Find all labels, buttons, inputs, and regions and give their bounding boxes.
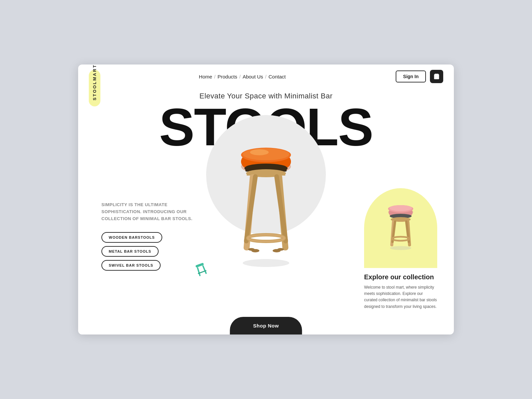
svg-point-20 — [277, 248, 284, 251]
svg-point-29 — [389, 205, 412, 211]
sign-in-button[interactable]: Sign In — [396, 70, 426, 82]
nav-separator-1: / — [214, 74, 215, 79]
svg-point-21 — [243, 259, 289, 267]
cart-icon — [433, 73, 440, 80]
hero-section: Elevate Your Space with Minimalist Bar S… — [78, 88, 454, 334]
nav-separator-2: / — [239, 74, 240, 79]
svg-point-16 — [248, 235, 284, 241]
svg-point-36 — [392, 237, 409, 241]
browser-window: STOOLMART Home / Products / About Us / C… — [78, 65, 454, 334]
svg-point-6 — [250, 149, 269, 155]
collection-desc: Welcome to stool mart, where simplicity … — [364, 284, 437, 310]
cart-button[interactable] — [430, 70, 443, 83]
mini-stool-icon — [193, 261, 211, 283]
nav-item-contact[interactable]: Contact — [269, 74, 286, 79]
cta-button[interactable]: Shop Now — [230, 317, 302, 334]
svg-point-19 — [248, 248, 255, 251]
nav-link-about[interactable]: About Us — [243, 74, 263, 79]
mini-stool-icon-area — [193, 261, 211, 284]
hero-description: SIMPLICITY IS THE ULTIMATE SOPHISTICATIO… — [101, 201, 195, 222]
yellow-card — [364, 188, 437, 268]
navbar: STOOLMART Home / Products / About Us / C… — [78, 65, 454, 88]
hero-right-card: Explore our collection Welcome to stool … — [364, 188, 437, 310]
tag-metal[interactable]: METAL BAR STOOLS — [101, 246, 159, 257]
nav-links: Home / Products / About Us / Contact — [199, 74, 286, 79]
svg-rect-22 — [196, 263, 204, 268]
nav-item-about[interactable]: About Us — [243, 74, 263, 79]
category-tags: WOODEN BARSTOOLS METAL BAR STOOLS SWIVEL… — [101, 232, 195, 271]
tag-wooden[interactable]: WOODEN BARSTOOLS — [101, 232, 162, 243]
tag-swivel[interactable]: SWIVEL BAR STOOLS — [101, 260, 161, 271]
nav-link-contact[interactable]: Contact — [269, 74, 286, 79]
brand-name: STOOLMART — [92, 65, 97, 100]
nav-separator-3: / — [265, 74, 266, 79]
bottom-cta-area: Shop Now — [230, 317, 302, 334]
svg-rect-24 — [202, 265, 207, 274]
nav-link-products[interactable]: Products — [217, 74, 237, 79]
pink-stool-illustration — [384, 201, 417, 255]
logo[interactable]: STOOLMART — [89, 70, 100, 106]
main-stool-illustration — [229, 135, 303, 278]
svg-rect-23 — [197, 267, 201, 277]
svg-point-37 — [390, 246, 411, 250]
nav-item-home[interactable]: Home — [199, 74, 212, 79]
hero-left-content: SIMPLICITY IS THE ULTIMATE SOPHISTICATIO… — [101, 201, 195, 271]
nav-actions: Sign In — [396, 70, 443, 83]
collection-title: Explore our collection — [364, 273, 437, 281]
hero-center-stool — [229, 135, 303, 278]
nav-link-home[interactable]: Home — [199, 74, 212, 79]
nav-item-products[interactable]: Products — [217, 74, 237, 79]
